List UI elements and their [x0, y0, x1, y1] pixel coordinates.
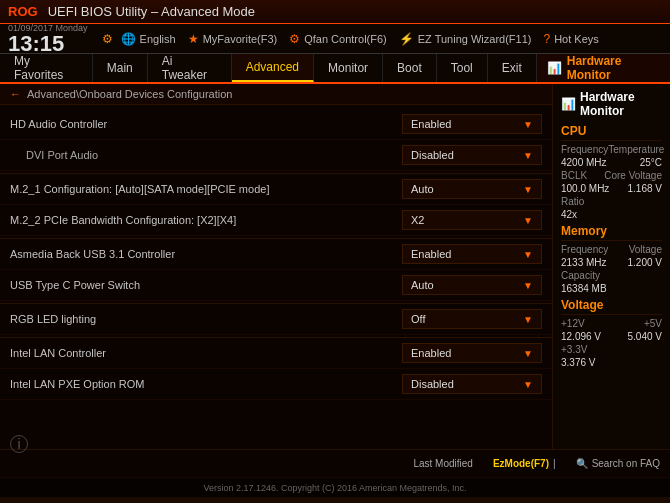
hw-monitor-title-icon: 📊: [561, 97, 576, 111]
myfavorite-item[interactable]: ★ MyFavorite(F3): [188, 32, 278, 46]
m2-1-value[interactable]: Auto ▼: [402, 179, 542, 199]
hotkeys-label: Hot Keys: [554, 33, 599, 45]
hw-cpu-freq-temp-labels: Frequency Temperature: [561, 144, 662, 155]
fan-icon: ⚙: [289, 32, 300, 46]
hw-voltage-title: Voltage: [561, 298, 662, 315]
hw-corevolt-label: Core Voltage: [604, 170, 662, 181]
search-faq-item[interactable]: 🔍 Search on FAQ: [576, 458, 660, 469]
hw-mem-freq-volt-values: 2133 MHz 1.200 V: [561, 257, 662, 268]
usb-typec-value[interactable]: Auto ▼: [402, 275, 542, 295]
m2-2-value[interactable]: X2 ▼: [402, 210, 542, 230]
hw-monitor-nav: 📊 Hardware Monitor: [537, 54, 670, 82]
hw-ratio-value: 42x: [561, 209, 577, 220]
date-time-block: 01/09/2017 Monday 13:15: [8, 23, 88, 55]
search-faq-icon: 🔍: [576, 458, 588, 469]
hw-cpu-freq-temp-values: 4200 MHz 25°C: [561, 157, 662, 168]
hw-monitor-icon: 📊: [547, 61, 562, 75]
hw-ratio-label-row: Ratio: [561, 196, 662, 207]
hw-mem-volt-label: Voltage: [629, 244, 662, 255]
hw-bclk-corevolt-values: 100.0 MHz 1.168 V: [561, 183, 662, 194]
rgb-led-value[interactable]: Off ▼: [402, 309, 542, 329]
tuning-item[interactable]: ⚡ EZ Tuning Wizard(F11): [399, 32, 532, 46]
ez-mode-item[interactable]: EzMode(F7) |: [493, 458, 556, 469]
back-arrow-icon[interactable]: ←: [10, 88, 21, 100]
asmedia-dropdown-icon: ▼: [523, 249, 533, 260]
hw-ratio-value-row: 42x: [561, 209, 662, 220]
hotkeys-item[interactable]: ? Hot Keys: [543, 32, 598, 46]
setting-hd-audio: HD Audio Controller Enabled ▼: [0, 109, 552, 140]
hw-mem-cap-label: Capacity: [561, 270, 600, 281]
help-icon: ?: [543, 32, 550, 46]
main-content: ← Advanced\Onboard Devices Configuration…: [0, 84, 670, 449]
hw-mem-volt-value: 1.200 V: [628, 257, 662, 268]
language-item[interactable]: 🌐 English: [121, 32, 176, 46]
setting-intel-pxe: Intel LAN PXE Option ROM Disabled ▼: [0, 369, 552, 400]
language-icon: 🌐: [121, 32, 136, 46]
nav-monitor[interactable]: Monitor: [314, 54, 383, 82]
hd-audio-value[interactable]: Enabled ▼: [402, 114, 542, 134]
dvi-audio-value[interactable]: Disabled ▼: [402, 145, 542, 165]
gear-icon[interactable]: ⚙: [102, 32, 113, 46]
bottom-bar: Last Modified EzMode(F7) | 🔍 Search on F…: [0, 449, 670, 477]
footer-bar: Version 2.17.1246. Copyright (C) 2016 Am…: [0, 477, 670, 497]
search-faq-label: Search on FAQ: [592, 458, 660, 469]
dvi-audio-label: DVI Port Audio: [10, 149, 402, 161]
hd-audio-value-text: Enabled: [411, 118, 451, 130]
asmedia-label: Asmedia Back USB 3.1 Controller: [10, 248, 402, 260]
hw-monitor-label: Hardware Monitor: [567, 54, 660, 82]
info-icon[interactable]: i: [10, 435, 28, 453]
hw-v5-value: 5.040 V: [628, 331, 662, 342]
nav-main[interactable]: Main: [93, 54, 148, 82]
nav-exit[interactable]: Exit: [488, 54, 537, 82]
favorite-icon: ★: [188, 32, 199, 46]
breadcrumb-path: Advanced\Onboard Devices Configuration: [27, 88, 232, 100]
hw-bclk-value: 100.0 MHz: [561, 183, 609, 194]
hw-v12-label: +12V: [561, 318, 585, 329]
hw-mem-cap-label-row: Capacity: [561, 270, 662, 281]
nav-boot[interactable]: Boot: [383, 54, 437, 82]
intel-pxe-value[interactable]: Disabled ▼: [402, 374, 542, 394]
language-label: English: [140, 33, 176, 45]
hw-monitor-panel: 📊 Hardware Monitor CPU Frequency Tempera…: [552, 84, 670, 449]
usb-typec-dropdown-icon: ▼: [523, 280, 533, 291]
hw-cpu-title: CPU: [561, 124, 662, 141]
hw-memory-title: Memory: [561, 224, 662, 241]
hw-v33-label-row: +3.3V: [561, 344, 662, 355]
nav-ai-tweaker[interactable]: Ai Tweaker: [148, 54, 232, 82]
hw-ratio-label: Ratio: [561, 196, 584, 207]
setting-asmedia: Asmedia Back USB 3.1 Controller Enabled …: [0, 238, 552, 270]
hw-v12-v5-values: 12.096 V 5.040 V: [561, 331, 662, 342]
settings-list: HD Audio Controller Enabled ▼ DVI Port A…: [0, 105, 552, 404]
m2-2-label: M.2_2 PCIe Bandwidth Configuration: [X2]…: [10, 214, 402, 226]
intel-lan-label: Intel LAN Controller: [10, 347, 402, 359]
usb-typec-value-text: Auto: [411, 279, 434, 291]
usb-typec-label: USB Type C Power Switch: [10, 279, 402, 291]
setting-rgb-led: RGB LED lighting Off ▼: [0, 303, 552, 335]
intel-lan-dropdown-icon: ▼: [523, 348, 533, 359]
nav-advanced[interactable]: Advanced: [232, 54, 314, 82]
asmedia-value[interactable]: Enabled ▼: [402, 244, 542, 264]
rgb-led-value-text: Off: [411, 313, 425, 325]
hw-v5-label: +5V: [644, 318, 662, 329]
last-modified-item: Last Modified: [413, 458, 472, 469]
hw-monitor-title-text: Hardware Monitor: [580, 90, 662, 118]
intel-lan-value[interactable]: Enabled ▼: [402, 343, 542, 363]
hw-frequency-label: Frequency: [561, 144, 608, 155]
hd-audio-dropdown-icon: ▼: [523, 119, 533, 130]
asmedia-value-text: Enabled: [411, 248, 451, 260]
setting-dvi-audio: DVI Port Audio Disabled ▼: [0, 140, 552, 171]
hw-bclk-corevolt-labels: BCLK Core Voltage: [561, 170, 662, 181]
hw-mem-freq-volt-labels: Frequency Voltage: [561, 244, 662, 255]
app-title: UEFI BIOS Utility – Advanced Mode: [48, 4, 255, 19]
qfan-label: Qfan Control(F6): [304, 33, 387, 45]
header-bar: ROG UEFI BIOS Utility – Advanced Mode: [0, 0, 670, 24]
nav-tool[interactable]: Tool: [437, 54, 488, 82]
intel-pxe-dropdown-icon: ▼: [523, 379, 533, 390]
nav-my-favorites[interactable]: My Favorites: [0, 54, 93, 82]
hw-mem-freq-label: Frequency: [561, 244, 608, 255]
qfan-item[interactable]: ⚙ Qfan Control(F6): [289, 32, 387, 46]
hw-bclk-label: BCLK: [561, 170, 587, 181]
hw-v33-label: +3.3V: [561, 344, 587, 355]
nav-bar: My Favorites Main Ai Tweaker Advanced Mo…: [0, 54, 670, 84]
hd-audio-label: HD Audio Controller: [10, 118, 402, 130]
